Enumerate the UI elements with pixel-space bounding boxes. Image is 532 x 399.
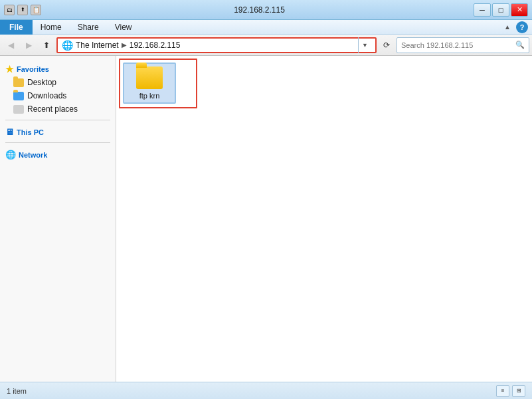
file-menu-button[interactable]: File — [0, 20, 33, 35]
details-view-button[interactable]: ≡ — [496, 385, 509, 397]
folder-name: ftp krn — [139, 92, 160, 100]
title-bar: 🗂 ⬆ 📋 192.168.2.115 ─ □ ✕ — [0, 0, 532, 20]
sidebar-item-recent-places[interactable]: Recent places — [0, 102, 116, 116]
breadcrumb-internet[interactable]: The Internet — [76, 41, 119, 50]
up-button[interactable]: ⬆ — [39, 37, 54, 53]
favorites-star-icon: ★ — [5, 64, 14, 74]
search-box[interactable]: 🔍 — [397, 37, 529, 53]
sidebar-divider-2 — [5, 142, 110, 143]
ribbon-collapse-icon[interactable]: ▲ — [504, 23, 511, 31]
address-row: ◀ ▶ ⬆ 🌐 The Internet ▶ 192.168.2.115 ▼ ⟳… — [0, 35, 532, 56]
status-right: ≡ ⊞ — [496, 385, 525, 397]
breadcrumb-arrow-1: ▶ — [122, 41, 127, 49]
title-bar-icons: 🗂 ⬆ 📋 — [4, 5, 41, 15]
address-dropdown-button[interactable]: ▼ — [358, 37, 371, 53]
file-area: ftp krn — [116, 56, 532, 382]
downloads-folder-icon — [13, 92, 24, 100]
forward-button[interactable]: ▶ — [21, 37, 37, 53]
desktop-label: Desktop — [27, 78, 56, 87]
tiles-view-button[interactable]: ⊞ — [512, 385, 525, 397]
network-label: Network — [19, 151, 47, 159]
sidebar-divider-1 — [5, 120, 110, 120]
close-button[interactable]: ✕ — [511, 3, 528, 17]
status-bar: 1 item ≡ ⊞ — [0, 382, 532, 399]
network-location-icon: 🌐 — [62, 40, 73, 51]
refresh-button[interactable]: ⟳ — [379, 37, 395, 53]
recent-places-icon — [13, 105, 24, 114]
sidebar-item-downloads[interactable]: Downloads — [0, 89, 116, 102]
downloads-label: Downloads — [27, 91, 66, 100]
this-pc-label: This PC — [17, 128, 44, 136]
network-header[interactable]: 🌐 Network — [0, 147, 116, 161]
window-title: 192.168.2.115 — [45, 5, 474, 15]
ribbon-menu: File Home Share View ▲ ? — [0, 20, 532, 35]
window-controls: ─ □ ✕ — [474, 3, 528, 17]
folder-item-ftp-krn[interactable]: ftp krn — [123, 63, 176, 104]
search-icon[interactable]: 🔍 — [515, 41, 525, 49]
recent-places-label: Recent places — [27, 104, 78, 114]
breadcrumb-ip[interactable]: 192.168.2.115 — [130, 41, 181, 50]
sidebar-item-desktop[interactable]: Desktop — [0, 76, 116, 89]
this-pc-icon: 🖥 — [5, 127, 14, 137]
folder-icon-large — [136, 66, 163, 89]
desktop-folder-icon — [13, 78, 24, 87]
share-menu-item[interactable]: Share — [70, 20, 107, 35]
minimize-button[interactable]: ─ — [474, 3, 491, 17]
sidebar: ★ Favorites Desktop Downloads Recent pla… — [0, 56, 116, 382]
app-icon: 🗂 — [4, 5, 15, 15]
pin-icon: 📋 — [31, 5, 41, 15]
help-button[interactable]: ? — [516, 21, 528, 33]
view-menu-item[interactable]: View — [107, 20, 140, 35]
maximize-button[interactable]: □ — [492, 3, 509, 17]
favorites-label: Favorites — [17, 65, 49, 73]
network-icon: 🌐 — [5, 150, 16, 160]
search-input[interactable] — [401, 41, 515, 49]
address-bar[interactable]: 🌐 The Internet ▶ 192.168.2.115 ▼ — [56, 37, 377, 53]
main-area: ★ Favorites Desktop Downloads Recent pla… — [0, 56, 532, 382]
quick-access-icon: ⬆ — [17, 5, 28, 15]
item-count: 1 item — [7, 387, 27, 395]
this-pc-header[interactable]: 🖥 This PC — [0, 124, 116, 138]
back-button[interactable]: ◀ — [3, 37, 19, 53]
home-menu-item[interactable]: Home — [33, 20, 70, 35]
favorites-header[interactable]: ★ Favorites — [0, 61, 116, 76]
ribbon-right: ▲ ? — [504, 21, 532, 33]
